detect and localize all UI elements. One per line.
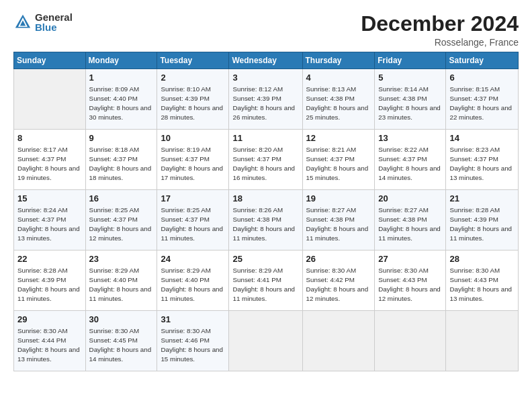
day-number: 10 — [161, 132, 225, 144]
day-number: 4 — [306, 72, 371, 84]
header-thursday: Thursday — [302, 52, 375, 69]
day-cell-11: 11Sunrise: 8:20 AMSunset: 4:37 PMDayligh… — [229, 130, 302, 190]
day-info: Sunrise: 8:20 AMSunset: 4:37 PMDaylight:… — [232, 146, 295, 181]
day-number: 15 — [17, 193, 82, 205]
logo-blue-text: Blue — [35, 22, 73, 32]
empty-cell — [375, 311, 446, 371]
day-info: Sunrise: 8:23 AMSunset: 4:37 PMDaylight:… — [449, 146, 512, 181]
day-number: 17 — [161, 193, 225, 205]
day-cell-31: 31Sunrise: 8:30 AMSunset: 4:46 PMDayligh… — [157, 311, 229, 371]
empty-cell — [302, 311, 375, 371]
day-info: Sunrise: 8:18 AMSunset: 4:37 PMDaylight:… — [89, 146, 152, 181]
day-number: 29 — [17, 314, 82, 326]
day-cell-20: 20Sunrise: 8:27 AMSunset: 4:38 PMDayligh… — [375, 190, 446, 250]
day-info: Sunrise: 8:30 AMSunset: 4:43 PMDaylight:… — [378, 267, 441, 302]
day-cell-21: 21Sunrise: 8:28 AMSunset: 4:39 PMDayligh… — [446, 190, 519, 250]
day-info: Sunrise: 8:30 AMSunset: 4:42 PMDaylight:… — [306, 267, 369, 302]
day-cell-24: 24Sunrise: 8:29 AMSunset: 4:40 PMDayligh… — [157, 250, 229, 311]
logo-general-text: General — [35, 12, 73, 22]
day-number: 9 — [89, 132, 154, 144]
day-number: 20 — [378, 193, 442, 205]
day-cell-1: 1Sunrise: 8:09 AMSunset: 4:40 PMDaylight… — [85, 69, 157, 130]
day-info: Sunrise: 8:28 AMSunset: 4:39 PMDaylight:… — [17, 267, 80, 302]
day-info: Sunrise: 8:29 AMSunset: 4:40 PMDaylight:… — [89, 267, 152, 302]
day-number: 8 — [17, 132, 82, 144]
day-cell-12: 12Sunrise: 8:21 AMSunset: 4:37 PMDayligh… — [302, 130, 375, 190]
day-number: 12 — [306, 132, 371, 144]
calendar-week-1: 8Sunrise: 8:17 AMSunset: 4:37 PMDaylight… — [14, 130, 519, 190]
day-number: 11 — [232, 132, 298, 144]
day-info: Sunrise: 8:09 AMSunset: 4:40 PMDaylight:… — [89, 85, 152, 121]
day-number: 1 — [89, 72, 154, 84]
day-cell-25: 25Sunrise: 8:29 AMSunset: 4:41 PMDayligh… — [229, 250, 302, 311]
day-number: 28 — [449, 253, 515, 265]
day-info: Sunrise: 8:13 AMSunset: 4:38 PMDaylight:… — [306, 85, 369, 121]
day-number: 25 — [232, 253, 298, 265]
calendar-table: SundayMondayTuesdayWednesdayThursdayFrid… — [13, 52, 519, 371]
day-info: Sunrise: 8:12 AMSunset: 4:39 PMDaylight:… — [232, 85, 295, 121]
calendar-header-row: SundayMondayTuesdayWednesdayThursdayFrid… — [14, 52, 519, 69]
calendar-week-3: 22Sunrise: 8:28 AMSunset: 4:39 PMDayligh… — [14, 250, 519, 311]
logo: General Blue — [13, 12, 73, 32]
day-number: 27 — [378, 253, 442, 265]
logo-icon — [13, 13, 32, 32]
header-monday: Monday — [85, 52, 157, 69]
empty-cell — [229, 311, 302, 371]
day-cell-26: 26Sunrise: 8:30 AMSunset: 4:42 PMDayligh… — [302, 250, 375, 311]
day-info: Sunrise: 8:10 AMSunset: 4:39 PMDaylight:… — [161, 85, 223, 121]
day-info: Sunrise: 8:28 AMSunset: 4:39 PMDaylight:… — [449, 206, 512, 242]
day-info: Sunrise: 8:30 AMSunset: 4:44 PMDaylight:… — [17, 327, 80, 363]
day-number: 14 — [449, 132, 515, 144]
day-number: 3 — [232, 72, 298, 84]
day-info: Sunrise: 8:17 AMSunset: 4:37 PMDaylight:… — [17, 146, 80, 181]
day-info: Sunrise: 8:19 AMSunset: 4:37 PMDaylight:… — [161, 146, 223, 181]
calendar-week-2: 15Sunrise: 8:24 AMSunset: 4:37 PMDayligh… — [14, 190, 519, 250]
day-info: Sunrise: 8:30 AMSunset: 4:43 PMDaylight:… — [449, 267, 512, 302]
day-info: Sunrise: 8:29 AMSunset: 4:41 PMDaylight:… — [232, 267, 295, 302]
day-info: Sunrise: 8:25 AMSunset: 4:37 PMDaylight:… — [161, 206, 223, 242]
header: General Blue December 2024 Rosselange, F… — [13, 12, 519, 48]
calendar-week-0: 1Sunrise: 8:09 AMSunset: 4:40 PMDaylight… — [14, 69, 519, 130]
logo-text: General Blue — [35, 12, 73, 32]
day-info: Sunrise: 8:30 AMSunset: 4:45 PMDaylight:… — [89, 327, 152, 363]
day-cell-28: 28Sunrise: 8:30 AMSunset: 4:43 PMDayligh… — [446, 250, 519, 311]
day-number: 26 — [306, 253, 371, 265]
header-sunday: Sunday — [14, 52, 86, 69]
empty-cell — [14, 69, 86, 130]
day-info: Sunrise: 8:21 AMSunset: 4:37 PMDaylight:… — [306, 146, 369, 181]
day-info: Sunrise: 8:30 AMSunset: 4:46 PMDaylight:… — [161, 327, 223, 363]
day-cell-19: 19Sunrise: 8:27 AMSunset: 4:38 PMDayligh… — [302, 190, 375, 250]
day-cell-6: 6Sunrise: 8:15 AMSunset: 4:37 PMDaylight… — [446, 69, 519, 130]
day-cell-16: 16Sunrise: 8:25 AMSunset: 4:37 PMDayligh… — [85, 190, 157, 250]
day-cell-23: 23Sunrise: 8:29 AMSunset: 4:40 PMDayligh… — [85, 250, 157, 311]
title-block: December 2024 Rosselange, France — [361, 12, 519, 48]
day-number: 6 — [449, 72, 515, 84]
page: General Blue December 2024 Rosselange, F… — [0, 0, 532, 411]
day-cell-2: 2Sunrise: 8:10 AMSunset: 4:39 PMDaylight… — [157, 69, 229, 130]
day-number: 24 — [161, 253, 225, 265]
header-tuesday: Tuesday — [157, 52, 229, 69]
calendar-week-4: 29Sunrise: 8:30 AMSunset: 4:44 PMDayligh… — [14, 311, 519, 371]
day-info: Sunrise: 8:14 AMSunset: 4:38 PMDaylight:… — [378, 85, 441, 121]
day-cell-5: 5Sunrise: 8:14 AMSunset: 4:38 PMDaylight… — [375, 69, 446, 130]
day-cell-3: 3Sunrise: 8:12 AMSunset: 4:39 PMDaylight… — [229, 69, 302, 130]
day-cell-4: 4Sunrise: 8:13 AMSunset: 4:38 PMDaylight… — [302, 69, 375, 130]
day-number: 21 — [449, 193, 515, 205]
day-info: Sunrise: 8:24 AMSunset: 4:37 PMDaylight:… — [17, 206, 80, 242]
day-cell-18: 18Sunrise: 8:26 AMSunset: 4:38 PMDayligh… — [229, 190, 302, 250]
day-cell-9: 9Sunrise: 8:18 AMSunset: 4:37 PMDaylight… — [85, 130, 157, 190]
day-info: Sunrise: 8:26 AMSunset: 4:38 PMDaylight:… — [232, 206, 295, 242]
day-info: Sunrise: 8:25 AMSunset: 4:37 PMDaylight:… — [89, 206, 152, 242]
day-cell-17: 17Sunrise: 8:25 AMSunset: 4:37 PMDayligh… — [157, 190, 229, 250]
day-number: 18 — [232, 193, 298, 205]
day-info: Sunrise: 8:22 AMSunset: 4:37 PMDaylight:… — [378, 146, 441, 181]
day-number: 31 — [161, 314, 225, 326]
day-cell-15: 15Sunrise: 8:24 AMSunset: 4:37 PMDayligh… — [14, 190, 86, 250]
day-info: Sunrise: 8:27 AMSunset: 4:38 PMDaylight:… — [378, 206, 441, 242]
day-number: 2 — [161, 72, 225, 84]
day-number: 23 — [89, 253, 154, 265]
day-cell-22: 22Sunrise: 8:28 AMSunset: 4:39 PMDayligh… — [14, 250, 86, 311]
day-number: 30 — [89, 314, 154, 326]
day-cell-13: 13Sunrise: 8:22 AMSunset: 4:37 PMDayligh… — [375, 130, 446, 190]
day-number: 5 — [378, 72, 442, 84]
